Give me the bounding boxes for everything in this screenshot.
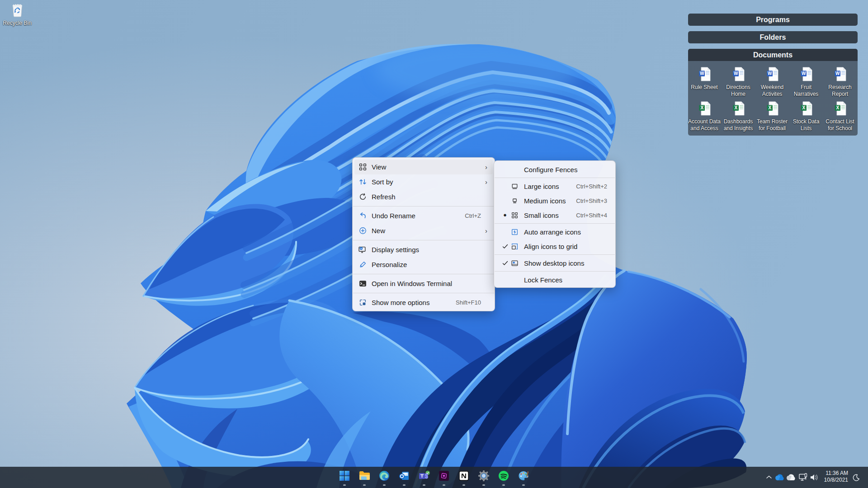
svg-text:W: W — [768, 71, 772, 76]
svg-text:X: X — [734, 105, 737, 110]
svg-text:X: X — [700, 105, 703, 110]
svg-text:X: X — [802, 105, 805, 110]
svg-text:W: W — [734, 71, 738, 76]
svg-text:W: W — [835, 71, 840, 76]
svg-text:W: W — [700, 71, 704, 76]
svg-text:X: X — [836, 105, 839, 110]
svg-text:X: X — [768, 105, 771, 110]
svg-text:W: W — [802, 71, 806, 76]
